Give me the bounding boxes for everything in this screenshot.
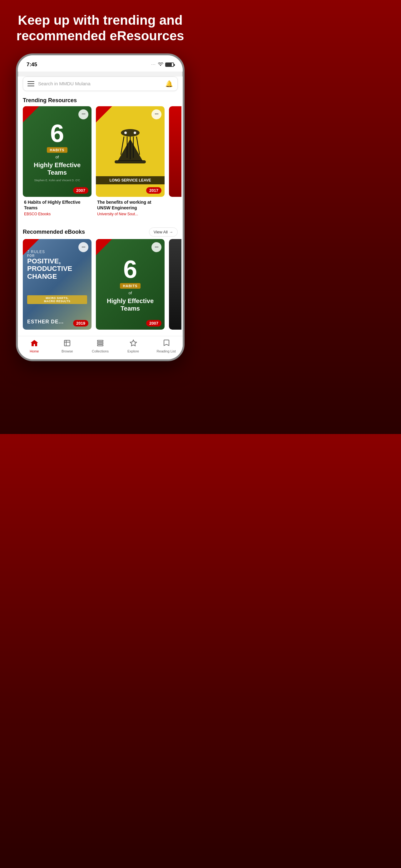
menu-icon[interactable]	[28, 81, 34, 86]
book1-author: Stephen E. Kohn and Vincent D. O'C	[34, 179, 80, 182]
book-more-options-2[interactable]: ···	[152, 110, 162, 119]
nav-reading-list[interactable]: Reading List	[149, 339, 183, 353]
red-corner-rec2	[96, 239, 112, 255]
recommended-book-2[interactable]: ··· 6 HABITS of Highly Effective Teams 2…	[96, 239, 165, 330]
book2-source: University of New Sout...	[97, 212, 163, 216]
trending-book-1[interactable]: ··· 6 HABITS of Highly Effective Teams S…	[23, 106, 92, 217]
recommended-book-3-partial	[169, 239, 181, 330]
hero-title: Keep up with trending and recommended eR…	[12, 12, 188, 44]
book1-info: 6 Habits of Highly Effective Teams EBSCO…	[23, 197, 92, 217]
rec-book1-author: ESTHER DE...	[27, 319, 64, 324]
book1-year: 2007	[73, 187, 89, 194]
red-corner-decoration	[23, 106, 39, 122]
nav-browse[interactable]: Browse	[51, 339, 84, 353]
status-time: 7:45	[27, 62, 37, 68]
reading-list-label: Reading List	[157, 349, 176, 353]
search-input[interactable]: Search in MMDU Mulana	[38, 81, 165, 86]
book1-number: 6	[50, 121, 64, 146]
phone-wrapper: 7:45 ···	[0, 54, 201, 374]
svg-rect-13	[97, 345, 103, 346]
book1-source: EBSCO Ebooks	[24, 212, 90, 216]
nav-collections[interactable]: Collections	[84, 339, 117, 353]
book1-title: Highly Effective Teams	[28, 161, 87, 176]
home-icon	[30, 339, 38, 348]
book1-card-title: 6 Habits of Highly Effective Teams	[24, 199, 90, 211]
rec-book1-micro: MICRO SHIFTS,MACRO RESULTS	[27, 295, 87, 304]
status-icons: ···	[152, 62, 174, 67]
recommended-books-scroll: ··· 7 RULES FOR POSITIVE, PRODUCTIVE CHA…	[18, 239, 183, 336]
hero-section: Keep up with trending and recommended eR…	[0, 0, 201, 54]
phone-content: Search in MMDU Mulana 🔔 Trending Resourc…	[18, 76, 183, 359]
recommended-book-1[interactable]: ··· 7 RULES FOR POSITIVE, PRODUCTIVE CHA…	[23, 239, 92, 330]
rec-book1-productive: PRODUCTIVE	[27, 265, 72, 273]
rec-book1-year: 2019	[73, 320, 89, 327]
book2-info: The benefits of working at UNSW Engineer…	[96, 197, 165, 217]
book2-year: 2017	[146, 187, 162, 194]
svg-rect-9	[114, 160, 146, 163]
nav-home[interactable]: Home	[18, 339, 51, 353]
book1-habits-badge: HABITS	[47, 147, 68, 153]
trending-books-scroll: ··· 6 HABITS of Highly Effective Teams S…	[18, 106, 183, 224]
book-cover-2: ···	[96, 106, 165, 197]
trending-book-3-partial	[169, 106, 181, 217]
collections-icon	[97, 339, 104, 348]
phone-mockup: 7:45 ···	[16, 54, 185, 361]
status-bar: 7:45 ···	[18, 55, 183, 71]
book-cover-1: ··· 6 HABITS of Highly Effective Teams S…	[23, 106, 92, 197]
signal-icon: ···	[152, 63, 156, 66]
nav-explore[interactable]: Explore	[117, 339, 150, 353]
svg-point-0	[121, 129, 140, 136]
partial-book-cover	[169, 106, 181, 197]
wifi-icon	[158, 62, 163, 67]
trending-book-2[interactable]: ···	[96, 106, 165, 217]
rec-book-cover-1: ··· 7 RULES FOR POSITIVE, PRODUCTIVE CHA…	[23, 239, 92, 330]
explore-icon	[130, 339, 137, 348]
svg-rect-12	[97, 342, 103, 344]
battery-icon	[165, 62, 174, 67]
notification-bell-icon[interactable]: 🔔	[165, 80, 173, 88]
book-more-options-1[interactable]: ···	[78, 110, 89, 119]
recommended-section-header: Recommended eBooks View All →	[18, 224, 183, 239]
rec-book-cover-2: ··· 6 HABITS of Highly Effective Teams 2…	[96, 239, 165, 330]
rec-book1-change: CHANGE	[27, 273, 72, 280]
collections-label: Collections	[92, 349, 109, 353]
book2-card-title: The benefits of working at UNSW Engineer…	[97, 199, 163, 211]
rec-book2-year: 2007	[146, 320, 162, 327]
svg-point-2	[134, 131, 136, 134]
book1-of: of	[56, 155, 59, 159]
svg-marker-14	[130, 340, 136, 346]
view-all-button[interactable]: View All →	[149, 227, 178, 237]
svg-rect-11	[97, 340, 103, 342]
recommended-section-title: Recommended eBooks	[23, 229, 85, 235]
rec-book2-title: Highly Effective Teams	[101, 297, 160, 312]
trending-section-title: Trending Resources	[18, 93, 183, 106]
rec-book2-number: 6	[123, 257, 137, 282]
arrow-right-icon: →	[169, 230, 173, 234]
reading-list-icon	[163, 339, 170, 348]
rec-book-more-2[interactable]: ···	[152, 242, 162, 252]
rec-book-more-1[interactable]: ···	[78, 242, 89, 252]
rec-book2-habits: HABITS	[120, 283, 141, 289]
partial-rec-book-cover	[169, 239, 181, 330]
lamp-decoration	[108, 123, 152, 180]
browse-icon	[63, 339, 71, 348]
rec-book1-positive: POSITIVE,	[27, 257, 72, 265]
red-corner-rec1	[23, 239, 39, 255]
svg-rect-10	[64, 340, 70, 346]
home-label: Home	[30, 349, 39, 353]
browse-label: Browse	[62, 349, 73, 353]
search-bar[interactable]: Search in MMDU Mulana 🔔	[23, 76, 178, 91]
red-corner-decoration-2	[96, 106, 112, 122]
explore-label: Explore	[127, 349, 139, 353]
svg-point-1	[124, 131, 127, 134]
book2-title-overlay: LONG SERVICE LEAVE	[96, 176, 165, 184]
rec-book2-of: of	[129, 290, 132, 295]
bottom-navigation: Home Browse	[18, 336, 183, 359]
